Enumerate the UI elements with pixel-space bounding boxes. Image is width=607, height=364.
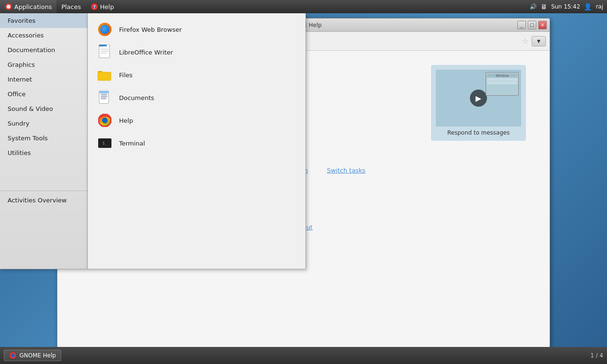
taskbar: Applications Places ? Help 🔊 🖥 Sun 15:42… [0, 0, 607, 13]
category-favorites[interactable]: Favorites [0, 13, 87, 28]
help-label: Help [100, 3, 114, 10]
category-utilities[interactable]: Utilities [0, 146, 87, 160]
category-internet[interactable]: Internet [0, 72, 87, 87]
documents-icon-wrap [97, 90, 112, 105]
svg-point-1 [7, 5, 10, 9]
svg-text:?: ? [93, 5, 95, 9]
libreoffice-writer-icon: W [98, 45, 111, 60]
app-terminal[interactable]: $_ Terminal [88, 132, 305, 155]
category-system-tools[interactable]: System Tools [0, 131, 87, 146]
firefox-label: Firefox Web Browser [119, 26, 182, 33]
places-menu-button[interactable]: Places [56, 0, 85, 13]
help-app-icon-wrap [97, 113, 112, 128]
svg-point-20 [102, 118, 108, 123]
documents-label: Documents [119, 94, 154, 101]
app-documents[interactable]: Documents [88, 86, 305, 109]
clock: Sun 15:42 [551, 3, 580, 10]
username: raj [596, 3, 603, 10]
files-icon-wrap [97, 67, 112, 82]
volume-icon[interactable]: 🔊 [530, 3, 537, 10]
firefox-icon [98, 23, 111, 36]
category-sound-video[interactable]: Sound & Video [0, 101, 87, 116]
app-firefox[interactable]: Firefox Web Browser [88, 18, 305, 41]
help-app-label: Help [119, 117, 133, 124]
category-panel: Favorites Accessories Documentation Grap… [0, 13, 88, 269]
firefox-icon-wrap [97, 22, 112, 37]
taskbar-right: 🔊 🖥 Sun 15:42 👤 raj [526, 3, 607, 10]
category-accessories[interactable]: Accessories [0, 28, 87, 43]
applications-menu-button[interactable]: Applications [0, 0, 56, 13]
app-libreoffice-writer[interactable]: W LibreOffice Writer [88, 41, 305, 64]
terminal-icon: $_ [98, 138, 111, 148]
help-app-icon [98, 114, 111, 127]
app-help[interactable]: Help [88, 109, 305, 132]
libreoffice-writer-label: LibreOffice Writer [119, 49, 173, 56]
applications-menu-overlay: Favorites Accessories Documentation Grap… [0, 13, 607, 364]
files-label: Files [119, 72, 133, 79]
help-menu-button[interactable]: ? Help [86, 0, 119, 13]
main-area: GNOME Help _ □ × ◀ ▶ ☆ ▼ Win [0, 13, 607, 364]
app-files[interactable]: Files [88, 64, 305, 86]
category-office[interactable]: Office [0, 87, 87, 101]
applications-label: Applications [14, 3, 52, 10]
apps-panel: Firefox Web Browser W LibreOffice Writer [88, 13, 306, 269]
firefox-inner-icon [100, 25, 110, 34]
user-icon[interactable]: 👤 [584, 3, 592, 10]
display-icon[interactable]: 🖥 [541, 3, 547, 10]
terminal-label: Terminal [119, 140, 145, 147]
category-documentation[interactable]: Documentation [0, 43, 87, 57]
category-graphics[interactable]: Graphics [0, 57, 87, 72]
documents-icon [98, 90, 111, 105]
category-sundry[interactable]: Sundry [0, 116, 87, 131]
activities-overview-item[interactable]: Activities Overview [0, 193, 87, 208]
files-icon [97, 68, 112, 82]
svg-text:W: W [103, 46, 106, 48]
svg-rect-18 [99, 91, 109, 93]
places-label: Places [61, 3, 81, 10]
terminal-icon-wrap: $_ [97, 136, 112, 151]
gnome-icon [5, 3, 12, 10]
lo-writer-icon-wrap: W [97, 45, 112, 60]
svg-rect-12 [98, 72, 111, 81]
help-circle-icon: ? [91, 3, 98, 10]
